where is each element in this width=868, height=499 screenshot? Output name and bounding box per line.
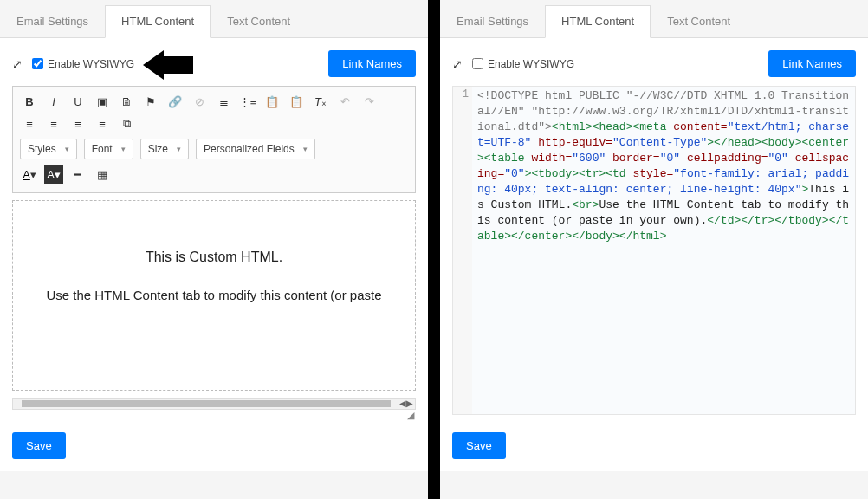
underline-icon[interactable]: U	[68, 92, 87, 111]
bg-color-icon[interactable]: A▾	[44, 165, 63, 184]
flag-icon[interactable]: ⚑	[141, 92, 160, 111]
image-icon[interactable]: ▣	[93, 92, 112, 111]
code-content[interactable]: <!DOCTYPE html PUBLIC "-//W3C//DTD XHTML…	[472, 87, 855, 414]
file-icon[interactable]: 🗎	[117, 92, 136, 111]
align-justify-icon[interactable]: ≡	[93, 114, 112, 133]
align-right-icon[interactable]: ≡	[68, 114, 87, 133]
wysiwyg-checkbox[interactable]	[32, 58, 43, 69]
tab-html-content[interactable]: HTML Content	[105, 5, 211, 38]
tab-email-settings-r[interactable]: Email Settings	[440, 5, 545, 37]
horizontal-scrollbar[interactable]: ◀▶	[12, 398, 416, 410]
align-left-icon[interactable]: ≡	[20, 114, 39, 133]
hr-icon[interactable]: ━	[68, 165, 87, 184]
text-color-icon[interactable]: A▾	[20, 165, 39, 184]
wysiwyg-checkbox-r[interactable]	[472, 58, 483, 69]
copy-icon[interactable]: ⧉	[117, 114, 136, 133]
clear-format-icon[interactable]: Tₓ	[311, 92, 330, 111]
link-names-button[interactable]: Link Names	[328, 50, 416, 77]
unordered-list-icon[interactable]: ⋮≡	[238, 92, 257, 111]
tab-text-content[interactable]: Text Content	[211, 5, 307, 37]
resize-handle[interactable]: ◢	[12, 410, 416, 421]
redo-icon[interactable]: ↷	[360, 92, 379, 111]
ordered-list-icon[interactable]: ≣	[214, 92, 233, 111]
save-button[interactable]: Save	[12, 432, 66, 459]
editor-line2: Use the HTML Content tab to modify this …	[27, 288, 401, 302]
save-button-r[interactable]: Save	[452, 432, 506, 459]
expand-icon-r[interactable]: ⤢	[452, 57, 463, 71]
pane-divider	[428, 0, 440, 499]
align-center-icon[interactable]: ≡	[44, 114, 63, 133]
tab-email-settings[interactable]: Email Settings	[0, 5, 105, 37]
link-icon[interactable]: 🔗	[165, 92, 185, 111]
editor-toolbar: B I U ▣ 🗎 ⚑ 🔗 ⊘ ≣ ⋮≡ 📋 📋 Tₓ ↶ ↷	[12, 86, 416, 193]
unlink-icon[interactable]: ⊘	[190, 92, 209, 111]
editor-line1: This is Custom HTML.	[27, 250, 401, 265]
code-gutter: 1	[453, 87, 472, 414]
undo-icon[interactable]: ↶	[335, 92, 354, 111]
wysiwyg-label-r: Enable WYSIWYG	[488, 58, 574, 70]
styles-dropdown[interactable]: Styles▾	[20, 139, 77, 159]
annotation-arrow	[143, 50, 195, 81]
pane-right: Email Settings HTML Content Text Content…	[440, 0, 868, 499]
paste-icon[interactable]: 📋	[262, 92, 282, 111]
expand-icon[interactable]: ⤢	[12, 57, 23, 71]
font-dropdown[interactable]: Font▾	[84, 139, 133, 159]
italic-icon[interactable]: I	[44, 92, 63, 111]
enable-wysiwyg-toggle[interactable]: ⤢ Enable WYSIWYG	[12, 57, 134, 71]
enable-wysiwyg-toggle-r[interactable]: ⤢ Enable WYSIWYG	[452, 57, 574, 71]
tab-html-content-r[interactable]: HTML Content	[545, 5, 651, 38]
pane-left: Email Settings HTML Content Text Content…	[0, 0, 428, 499]
tab-bar: Email Settings HTML Content Text Content	[0, 5, 428, 38]
link-names-button-r[interactable]: Link Names	[768, 50, 856, 77]
size-dropdown[interactable]: Size▾	[140, 139, 189, 159]
tab-bar-right: Email Settings HTML Content Text Content	[440, 5, 868, 38]
paste-alt-icon[interactable]: 📋	[287, 92, 306, 111]
code-editor[interactable]: 1 <!DOCTYPE html PUBLIC "-//W3C//DTD XHT…	[452, 86, 856, 415]
personalized-fields-dropdown[interactable]: Personalized Fields▾	[196, 139, 315, 159]
wysiwyg-editor[interactable]: This is Custom HTML. Use the HTML Conten…	[12, 200, 416, 391]
tab-text-content-r[interactable]: Text Content	[651, 5, 747, 37]
table-icon[interactable]: ▦	[93, 165, 112, 184]
wysiwyg-label: Enable WYSIWYG	[48, 58, 134, 70]
bold-icon[interactable]: B	[20, 92, 39, 111]
